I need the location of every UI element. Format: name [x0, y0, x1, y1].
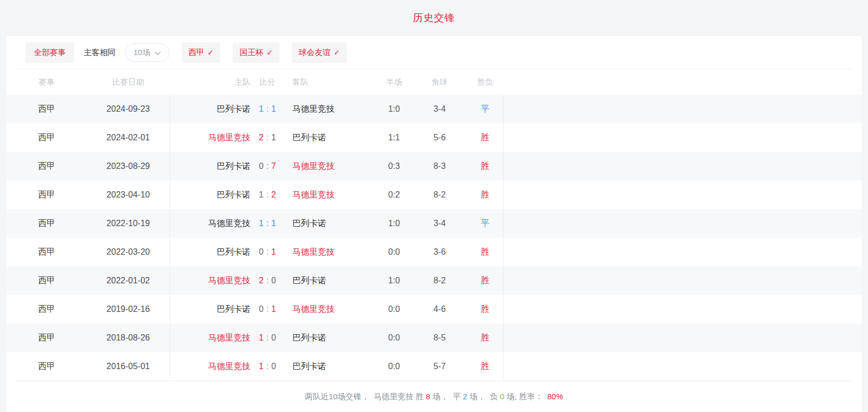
cell-half-score: 0:0	[376, 352, 412, 381]
cell-home-team: 马德里竞技	[169, 352, 253, 381]
cell-corners: 5-6	[412, 123, 467, 152]
cell-home-team: 马德里竞技	[169, 123, 253, 152]
cell-corners: 3-4	[412, 209, 467, 238]
cell-half-score: 0:0	[376, 295, 412, 324]
header-cell-result: 胜负	[467, 69, 503, 95]
cell-score: 1:2	[253, 181, 282, 209]
cell-corners: 5-7	[412, 352, 467, 381]
competition-filter-copa-del-rey[interactable]: 国王杯 ✓	[232, 42, 280, 63]
cell-home-team: 巴列卡诺	[169, 181, 253, 209]
cell-league: 西甲	[6, 238, 87, 266]
header-cell-corners: 角球	[412, 69, 467, 95]
cell-corners: 4-6	[412, 295, 467, 324]
table-row: 西甲 2016-05-01 马德里竞技 1:0 巴列卡诺 0:0 5-7 胜	[6, 352, 862, 381]
cell-result: 胜	[467, 152, 503, 181]
cell-corners: 8-2	[412, 181, 467, 209]
cell-date: 2022-01-02	[87, 266, 169, 295]
cell-result: 平	[467, 209, 503, 238]
cell-half-score: 1:1	[376, 123, 412, 152]
away-team-name: 马德里竞技	[292, 247, 335, 258]
cell-league: 西甲	[6, 181, 87, 209]
score-separator: :	[266, 362, 269, 371]
cell-away-team: 巴列卡诺	[282, 324, 376, 352]
cell-spacer	[503, 266, 862, 295]
cell-league: 西甲	[6, 95, 87, 123]
home-team-name: 马德里竞技	[208, 132, 250, 144]
cell-away-team: 马德里竞技	[282, 181, 376, 209]
cell-corners: 3-6	[412, 238, 467, 266]
home-score: 1	[259, 333, 264, 343]
home-team-name: 马德里竞技	[208, 275, 250, 286]
home-score: 1	[259, 104, 264, 114]
cell-date: 2018-08-26	[87, 324, 169, 352]
cell-spacer	[503, 295, 862, 324]
score-separator: :	[266, 333, 269, 343]
home-team-name: 巴列卡诺	[217, 161, 250, 172]
cell-spacer	[503, 238, 862, 266]
cell-league: 西甲	[6, 266, 87, 295]
score-separator: :	[266, 190, 269, 200]
cell-corners: 8-3	[412, 152, 467, 181]
match-count-value: 10场	[133, 48, 150, 58]
home-team-name: 马德里竞技	[208, 361, 250, 372]
cell-spacer	[503, 152, 862, 181]
cell-spacer	[503, 95, 862, 123]
away-score: 1	[271, 219, 276, 228]
cell-date: 2022-03-20	[87, 238, 169, 266]
home-score: 1	[259, 190, 264, 200]
cell-home-team: 马德里竞技	[169, 324, 253, 352]
summary-segment: 场， 平	[430, 392, 463, 401]
filter-bar: 全部赛事 主客相同 10场 西甲 ✓ 国王杯 ✓ 球会友谊 ✓	[6, 36, 862, 69]
table-row: 西甲 2023-08-29 巴列卡诺 0:7 马德里竞技 0:3 8-3 胜	[6, 152, 862, 181]
cell-league: 西甲	[6, 123, 87, 152]
cell-half-score: 1:0	[376, 95, 412, 123]
home-team-name: 马德里竞技	[208, 218, 250, 229]
check-icon: ✓	[208, 48, 214, 57]
all-competitions-button[interactable]: 全部赛事	[25, 42, 74, 63]
cell-result: 胜	[467, 181, 503, 209]
table-row: 西甲 2022-01-02 马德里竞技 2:0 巴列卡诺 1:0 8-2 胜	[6, 266, 862, 295]
chevron-down-icon	[155, 48, 161, 57]
cell-date: 2023-04-10	[87, 181, 169, 209]
score-separator: :	[266, 133, 269, 142]
cell-away-team: 马德里竞技	[282, 95, 376, 123]
cell-score: 0:7	[253, 152, 282, 181]
cell-home-team: 巴列卡诺	[169, 295, 253, 324]
home-team-name: 巴列卡诺	[217, 304, 250, 315]
cell-date: 2024-09-23	[87, 95, 169, 123]
away-score: 0	[271, 333, 276, 343]
cell-score: 1:1	[253, 95, 282, 123]
away-team-name: 马德里竞技	[292, 161, 335, 172]
cell-away-team: 马德里竞技	[282, 152, 376, 181]
competition-filter-laliga[interactable]: 西甲 ✓	[182, 42, 221, 63]
home-score: 2	[259, 276, 264, 285]
venue-filter-label: 主客相同	[84, 48, 115, 58]
cell-league: 西甲	[6, 324, 87, 352]
header-cell-home-team: 主队	[169, 69, 253, 95]
away-team-name: 马德里竞技	[292, 304, 335, 315]
competition-filter-club-friendly[interactable]: 球会友谊 ✓	[292, 42, 347, 63]
home-score: 1	[259, 219, 264, 228]
table-body: 西甲 2024-09-23 巴列卡诺 1:1 马德里竞技 1:0 3-4 平 西…	[6, 95, 862, 381]
match-count-select[interactable]: 10场	[125, 43, 169, 62]
away-team-name: 巴列卡诺	[292, 218, 326, 229]
competition-label: 西甲	[189, 48, 204, 58]
header-cell-away-team: 客队	[282, 69, 376, 95]
header-cell-spacer	[503, 69, 862, 95]
cell-result: 胜	[467, 266, 503, 295]
home-team-name: 巴列卡诺	[217, 190, 250, 201]
cell-half-score: 0:2	[376, 181, 412, 209]
away-score: 1	[271, 247, 276, 257]
cell-home-team: 马德里竞技	[169, 209, 253, 238]
cell-spacer	[503, 352, 862, 381]
score-separator: :	[266, 304, 269, 314]
cell-away-team: 巴列卡诺	[282, 123, 376, 152]
cell-league: 西甲	[6, 209, 87, 238]
away-team-name: 巴列卡诺	[292, 275, 326, 286]
cell-score: 2:0	[253, 266, 282, 295]
header-cell-score: 比分	[253, 69, 282, 95]
home-score: 0	[259, 247, 264, 257]
table-row: 西甲 2024-09-23 巴列卡诺 1:1 马德里竞技 1:0 3-4 平	[6, 95, 862, 123]
score-separator: :	[266, 219, 269, 228]
cell-date: 2023-08-29	[87, 152, 169, 181]
